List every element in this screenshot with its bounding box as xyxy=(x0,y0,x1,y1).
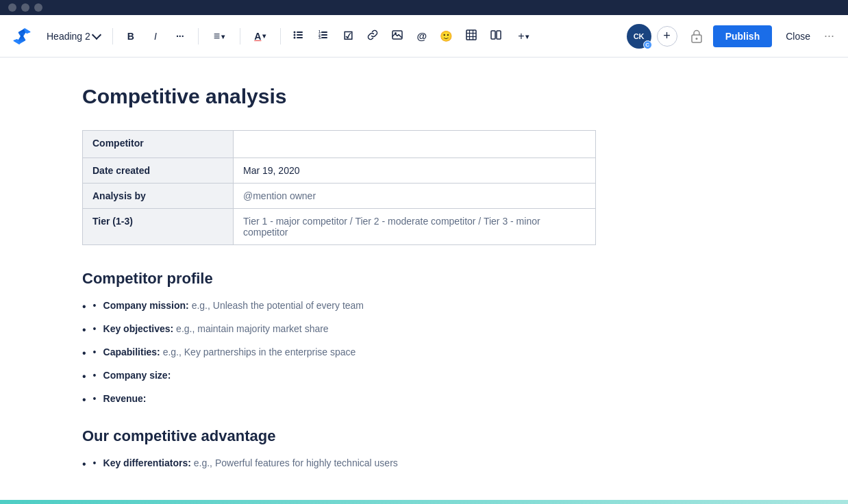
titlebar-dot-green xyxy=(34,3,42,12)
table-icon xyxy=(466,29,477,42)
user-avatar[interactable]: CK C xyxy=(627,24,651,49)
list-item-bold: Revenue: xyxy=(103,393,147,404)
analysis-table: Competitor Date created Mar 19, 2020 Ana… xyxy=(82,130,596,245)
list-item: • Company mission: e.g., Unleash the pot… xyxy=(82,299,766,315)
bullet: • xyxy=(93,299,97,313)
emoji-button[interactable]: 🙂 xyxy=(436,25,458,47)
table-cell-label: Competitor xyxy=(83,131,234,158)
lock-icon xyxy=(690,29,703,43)
layout-button[interactable] xyxy=(485,25,507,47)
svg-rect-11 xyxy=(321,37,327,38)
text-color-icon: A xyxy=(254,31,261,42)
align-icon: ≡ xyxy=(214,30,220,42)
more-format-button[interactable]: ··· xyxy=(169,25,191,47)
bullet: • xyxy=(93,368,97,383)
bold-button[interactable]: B xyxy=(120,25,142,47)
heading-selector-label: Heading 2 xyxy=(47,31,90,42)
avatar-badge: C xyxy=(643,40,652,49)
competitive-advantage-heading: Our competitive advantage xyxy=(82,427,766,445)
table-cell-value-tier[interactable]: Tier 1 - major competitor / Tier 2 - mod… xyxy=(234,209,596,245)
table-label-analysis: Analysis by xyxy=(92,190,146,201)
titlebar-dot-red xyxy=(8,3,16,12)
close-label: Close xyxy=(786,31,810,42)
table-row: Competitor xyxy=(83,131,596,158)
list-item-bold: Company mission: xyxy=(103,300,189,311)
bottom-bar xyxy=(0,500,848,504)
bullet-list-button[interactable] xyxy=(288,25,310,47)
heading-selector[interactable]: Heading 2 xyxy=(41,28,105,45)
table-cell-label: Analysis by xyxy=(83,184,234,209)
toolbar-divider-4 xyxy=(280,28,281,45)
table-cell-value-competitor[interactable] xyxy=(234,131,596,158)
plus-icon: + xyxy=(663,29,671,43)
titlebar xyxy=(0,0,848,15)
toolbar-divider-3 xyxy=(240,28,240,45)
layout-icon xyxy=(490,29,501,42)
table-row: Tier (1-3) Tier 1 - major competitor / T… xyxy=(83,209,596,245)
more-options-button[interactable]: ··· xyxy=(821,26,837,46)
svg-point-4 xyxy=(293,37,295,39)
list-item-text: e.g., Powerful features for highly techn… xyxy=(191,457,398,468)
bullet: • xyxy=(93,456,97,470)
image-button[interactable] xyxy=(386,25,408,47)
list-item: • Capabilities: e.g., Key partnerships i… xyxy=(82,345,766,362)
more-options-icon: ··· xyxy=(824,29,834,42)
italic-button[interactable]: I xyxy=(145,25,166,47)
confluence-logo[interactable] xyxy=(11,25,33,47)
competitor-profile-heading: Competitor profile xyxy=(82,270,766,288)
svg-rect-14 xyxy=(466,30,476,40)
table-cell-label: Tier (1-3) xyxy=(83,209,234,245)
competitor-profile-list: • Company mission: e.g., Unleash the pot… xyxy=(82,299,766,408)
publish-button[interactable]: Publish xyxy=(713,25,773,47)
table-row: Analysis by @mention owner xyxy=(83,184,596,209)
svg-rect-1 xyxy=(297,32,303,33)
page-title: Competitive analysis xyxy=(82,85,766,108)
list-item: • Company size: xyxy=(82,368,766,385)
insert-chevron-icon: ▾ xyxy=(525,33,529,40)
bold-icon: B xyxy=(127,31,134,42)
task-button[interactable]: ☑ xyxy=(337,25,359,47)
svg-rect-3 xyxy=(297,34,303,36)
text-color-button[interactable]: A ▾ xyxy=(247,25,273,47)
svg-point-0 xyxy=(293,32,295,34)
align-button[interactable]: ≡ ▾ xyxy=(205,25,233,47)
close-button[interactable]: Close xyxy=(780,28,816,45)
svg-point-22 xyxy=(695,38,697,40)
add-collaborator-button[interactable]: + xyxy=(657,26,677,47)
svg-rect-19 xyxy=(491,31,495,39)
numbered-list-button[interactable]: 1. 2. 3. xyxy=(312,25,334,47)
bullet: • xyxy=(93,345,97,360)
list-item-text: e.g., Key partnerships in the enterprise… xyxy=(160,346,356,357)
titlebar-dot-yellow xyxy=(21,3,29,12)
list-item: • Key differentiators: e.g., Powerful fe… xyxy=(82,456,766,473)
table-cell-value-analysis[interactable]: @mention owner xyxy=(234,184,596,209)
insert-button[interactable]: + ▾ xyxy=(510,25,537,47)
bullet: • xyxy=(93,392,97,406)
svg-rect-5 xyxy=(297,37,303,38)
bullet: • xyxy=(93,322,97,336)
image-icon xyxy=(392,29,403,42)
table-cell-value-date[interactable]: Mar 19, 2020 xyxy=(234,158,596,184)
table-label-competitor: Competitor xyxy=(92,138,144,149)
table-button[interactable] xyxy=(460,25,482,47)
list-item-bold: Company size: xyxy=(103,370,171,381)
chevron-down-icon xyxy=(92,30,101,40)
lock-button[interactable] xyxy=(686,25,708,47)
text-color-chevron-icon: ▾ xyxy=(262,32,266,40)
task-icon: ☑ xyxy=(343,29,353,42)
table-row: Date created Mar 19, 2020 xyxy=(83,158,596,184)
competitive-advantage-list: • Key differentiators: e.g., Powerful fe… xyxy=(82,456,766,473)
table-label-date: Date created xyxy=(92,165,150,176)
list-item: • Revenue: xyxy=(82,392,766,408)
main-content: Competitive analysis Competitor Date cre… xyxy=(0,58,848,500)
svg-rect-20 xyxy=(497,31,501,39)
italic-icon: I xyxy=(154,31,157,42)
emoji-icon: 🙂 xyxy=(440,30,453,42)
avatar-initials: CK xyxy=(634,32,645,40)
mention-button[interactable]: @ xyxy=(411,25,433,47)
list-item-text: e.g., maintain majority market share xyxy=(173,323,328,334)
more-format-icon: ··· xyxy=(176,31,184,42)
table-label-tier: Tier (1-3) xyxy=(92,216,133,227)
insert-icon: + xyxy=(518,30,524,42)
link-button[interactable] xyxy=(362,25,384,47)
